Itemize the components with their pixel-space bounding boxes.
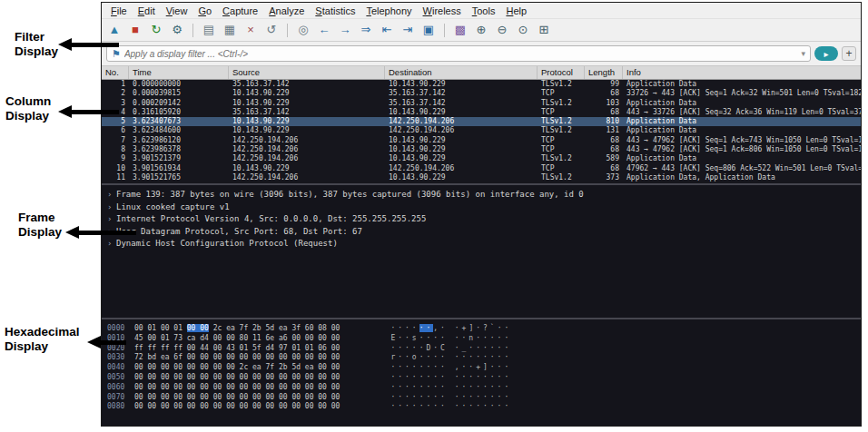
column-header-source[interactable]: Source xyxy=(229,66,385,79)
add-filter-button[interactable]: + xyxy=(842,46,856,61)
packet-cell-time: 3.901521379 xyxy=(129,154,229,163)
resize-columns-icon[interactable]: ⊞ xyxy=(537,23,551,37)
menu-view[interactable]: View xyxy=(161,5,193,17)
packet-row[interactable]: 10.00000000035.163.37.14210.143.90.229TL… xyxy=(102,80,861,89)
expander-icon[interactable]: › xyxy=(107,189,116,201)
menu-wireless[interactable]: Wireless xyxy=(418,5,467,17)
go-last-packet-icon[interactable]: ⇥ xyxy=(400,23,415,37)
hex-row[interactable]: 000000 01 00 01 00 00 2c ea 7f 2b 5d ea … xyxy=(107,324,861,334)
packet-cell-destination: 35.163.37.142 xyxy=(385,99,538,108)
hex-row[interactable]: 007000 00 00 00 00 00 00 00 00 00 00 00 … xyxy=(107,393,861,403)
packet-cell-time: 0.316105920 xyxy=(129,108,229,117)
packet-cell-destination: 10.143.90.229 xyxy=(385,80,538,89)
packet-row[interactable]: 93.901521379142.250.194.20610.143.90.229… xyxy=(102,154,861,163)
hex-row[interactable]: 003072 bd ea 6f 00 00 00 00 00 00 00 00 … xyxy=(107,353,861,363)
column-header-time[interactable]: Time xyxy=(129,66,229,79)
hex-row[interactable]: 0020ff ff ff ff 00 44 00 43 01 5f d4 97 … xyxy=(107,344,861,354)
auto-scroll-icon[interactable]: ▣ xyxy=(421,23,436,37)
packet-cell-info: Application Data xyxy=(623,117,861,126)
column-header-info[interactable]: Info xyxy=(623,66,861,79)
expander-icon[interactable]: › xyxy=(107,238,116,250)
detail-text: Internet Protocol Version 4, Src: 0.0.0.… xyxy=(116,214,426,223)
zoom-in-icon[interactable]: ⊕ xyxy=(474,23,488,37)
expander-icon[interactable]: › xyxy=(107,213,116,226)
expander-icon[interactable]: › xyxy=(107,201,116,214)
detail-tree-item[interactable]: ›Frame 139: 387 bytes on wire (3096 bits… xyxy=(102,189,861,201)
go-back-icon[interactable]: ← xyxy=(317,23,331,37)
menu-capture[interactable]: Capture xyxy=(217,5,263,17)
packet-cell-length: 810 xyxy=(585,117,623,126)
colorize-packets-icon[interactable]: ▩ xyxy=(453,23,468,37)
packet-row[interactable]: 83.623986378142.250.194.20610.143.90.229… xyxy=(102,145,861,154)
filter-history-caret-icon[interactable]: ▾ xyxy=(801,49,805,58)
go-first-packet-icon[interactable]: ⇤ xyxy=(380,23,394,37)
hex-row[interactable]: 005000 00 00 00 00 00 00 00 00 00 00 00 … xyxy=(107,373,861,383)
packet-row-selected[interactable]: 53.62340767310.143.90.229142.250.194.206… xyxy=(102,117,861,126)
hex-row[interactable]: 001045 00 01 73 ca d4 00 00 80 11 6e a6 … xyxy=(107,334,861,344)
packet-list-header: No.TimeSourceDestinationProtocolLengthIn… xyxy=(102,66,861,80)
restart-capture-icon[interactable]: ↻ xyxy=(149,23,163,37)
filter-input-wrap[interactable]: ⚑ ▾ xyxy=(106,45,811,62)
menu-file[interactable]: File xyxy=(105,5,133,17)
column-header-no[interactable]: No. xyxy=(102,66,129,79)
hex-bytes: 00 00 00 00 00 00 00 00 00 00 00 00 00 0… xyxy=(134,393,340,401)
column-header-protocol[interactable]: Protocol xyxy=(538,66,585,79)
zoom-out-icon[interactable]: ⊖ xyxy=(495,23,509,37)
apply-filter-button[interactable]: ▸ xyxy=(814,46,838,61)
menu-tools[interactable]: Tools xyxy=(467,5,501,17)
column-header-destination[interactable]: Destination xyxy=(385,66,538,79)
menu-statistics[interactable]: Statistics xyxy=(310,5,360,17)
close-file-icon[interactable]: × xyxy=(243,23,258,37)
toolbar-separator xyxy=(192,24,193,37)
packet-cell-source: 35.163.37.142 xyxy=(229,80,385,89)
packet-row[interactable]: 103.90156193410.143.90.229142.250.194.20… xyxy=(102,164,861,173)
detail-tree-item[interactable]: ›User Datagram Protocol, Src Port: 68, D… xyxy=(102,226,861,239)
packet-row[interactable]: 73.623986120142.250.194.20610.143.90.229… xyxy=(102,136,861,145)
annotated-wireshark-screenshot: Filter Display Column Display Frame Disp… xyxy=(0,0,868,432)
packet-row[interactable]: 113.901521765142.250.194.20610.143.90.22… xyxy=(102,173,861,182)
detail-tree-item[interactable]: ›Dynamic Host Configuration Protocol (Re… xyxy=(102,238,861,250)
menu-edit[interactable]: Edit xyxy=(133,5,161,17)
packet-cell-time: 0.000000000 xyxy=(129,80,229,89)
hex-bytes: 00 00 00 00 00 00 00 00 2c ea 7f 2b 5d e… xyxy=(134,363,340,371)
stop-capture-icon[interactable]: ■ xyxy=(128,23,143,37)
column-header-length[interactable]: Length xyxy=(585,66,623,79)
packet-cell-info: 443 → 47962 [ACK] Seq=1 Ack=743 Win=1050… xyxy=(623,136,861,145)
hex-row[interactable]: 004000 00 00 00 00 00 00 00 2c ea 7f 2b … xyxy=(107,363,861,373)
display-filter-input[interactable] xyxy=(124,49,798,59)
hex-ascii: ········ ········ xyxy=(390,402,511,410)
hex-ascii: E··s···· ··n····· xyxy=(390,334,511,342)
reload-file-icon[interactable]: ↺ xyxy=(264,23,279,37)
packet-row[interactable]: 40.31610592035.163.37.14210.143.90.229TC… xyxy=(102,108,861,117)
annotation-frame-line2: Display xyxy=(18,225,62,240)
packet-cell-destination: 10.143.90.229 xyxy=(385,173,538,182)
find-packet-icon[interactable]: ◎ xyxy=(296,23,311,37)
packet-cell-info: Application Data xyxy=(623,80,861,89)
packet-row[interactable]: 63.62348460010.143.90.229142.250.194.206… xyxy=(102,126,861,135)
menu-telephony[interactable]: Telephony xyxy=(360,5,417,17)
packet-cell-protocol: TLSv1.2 xyxy=(538,154,585,163)
hex-bytes: 72 bd ea 6f 00 00 00 00 00 00 00 00 00 0… xyxy=(134,353,340,361)
save-file-icon[interactable]: ▦ xyxy=(222,23,237,37)
menu-analyze[interactable]: Analyze xyxy=(263,5,310,17)
packet-cell-length: 103 xyxy=(585,99,623,108)
packet-cell-protocol: TCP xyxy=(538,145,585,154)
hex-row[interactable]: 006000 00 00 00 00 00 00 00 00 00 00 00 … xyxy=(107,383,861,393)
packet-row[interactable]: 30.00020914210.143.90.22935.163.37.142TL… xyxy=(102,99,861,108)
go-to-packet-icon[interactable]: ⇒ xyxy=(359,23,373,37)
packet-row[interactable]: 20.00003981510.143.90.22935.163.37.142TC… xyxy=(102,89,861,98)
menu-help[interactable]: Help xyxy=(500,5,532,17)
capture-options-icon[interactable]: ⚙ xyxy=(170,23,184,37)
go-forward-icon[interactable]: → xyxy=(338,23,352,37)
start-capture-icon[interactable]: ▲ xyxy=(107,23,122,37)
packet-cell-destination: 142.250.194.206 xyxy=(385,117,538,126)
menu-go[interactable]: Go xyxy=(192,5,217,17)
packet-cell-destination: 142.250.194.206 xyxy=(385,164,538,173)
zoom-original-icon[interactable]: ⊙ xyxy=(516,23,530,37)
detail-tree-item[interactable]: ›Internet Protocol Version 4, Src: 0.0.0… xyxy=(102,213,861,226)
hex-row[interactable]: 008000 00 00 00 00 00 00 00 00 00 00 00 … xyxy=(107,402,861,412)
packet-details-pane: ›Frame 139: 387 bytes on wire (3096 bits… xyxy=(102,183,861,318)
annotation-filter-arrow-icon xyxy=(58,38,119,51)
open-file-icon[interactable]: ▤ xyxy=(202,23,216,37)
detail-tree-item[interactable]: ›Linux cooked capture v1 xyxy=(102,201,861,214)
